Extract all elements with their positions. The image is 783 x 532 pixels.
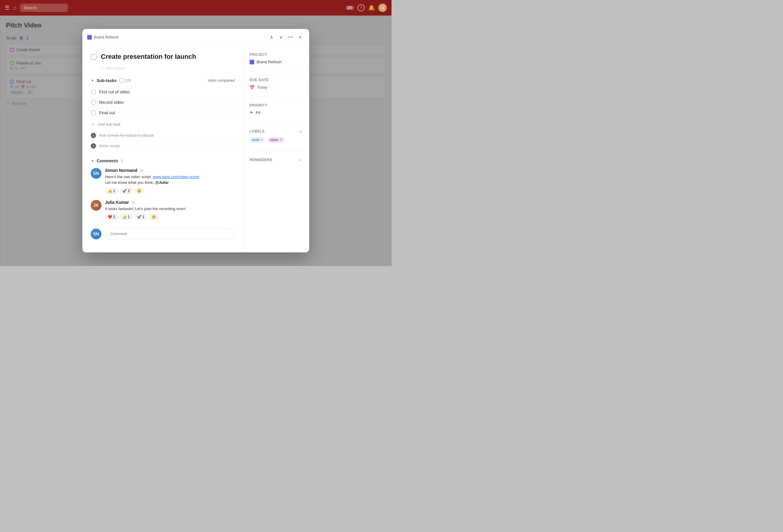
subtask-text-1: Record video [99,100,124,105]
subtask-item: Record video [91,97,235,108]
modal-overlay: 👤 Brand Refresh ∧ ∨ ••• ✕ Create [0,15,392,266]
subtask-checkbox-1[interactable] [91,100,96,105]
subtasks-count-text: 2/5 [126,78,131,83]
label-work-text: work [252,138,259,142]
reaction-smile-simon[interactable]: 😊 [134,188,144,194]
labels-title: Labels [249,129,265,133]
add-subtask-label: Add sub-task [98,122,121,126]
search-input[interactable] [20,4,68,12]
project-icon-small: 👤 [87,35,92,40]
subtask-text-2: Final cut [99,111,115,115]
comment-author-simon: Simon Normand [105,168,137,173]
sidebar-priority-value[interactable]: ⚑ P4 [249,111,303,115]
subtasks-title: Sub-tasks [97,78,117,83]
label-video: video ✕ [268,137,285,143]
label-work: work ✕ [249,137,265,143]
subtask-checkbox-2[interactable] [91,110,96,116]
comment-input-row: SN [91,226,235,239]
modal-body: Create presentation for launch ≡ Descrip… [82,45,309,252]
comment-body-simon: Simon Normand 2h Here's the raw video sc… [105,168,235,194]
comment-link-simon[interactable]: www.twist.com/video-script [153,175,199,179]
reaction-thumbsup-julia[interactable]: 👍 1 [120,214,132,220]
count-circle-icon [119,78,124,83]
home-icon[interactable]: ⌂ [13,5,17,11]
main-area: Pitch Video To do 👤 1 Create thumb Publi… [0,15,392,266]
comment-author-julia: Julia Kumar [105,200,129,205]
next-task-button[interactable]: ∨ [277,33,285,41]
sidebar-due-date-value[interactable]: 📅 Today [249,85,303,90]
sidebar-divider-2 [249,97,303,97]
comment-header-julia: Julia Kumar 2h [105,200,235,205]
comments-collapse-icon[interactable]: ▼ [91,159,94,163]
close-modal-button[interactable]: ✕ [296,33,304,41]
remove-label-video[interactable]: ✕ [280,138,282,142]
calendar-icon: 📅 [249,85,254,90]
modal-project-info: 👤 Brand Refresh [87,35,265,40]
comment-header-simon: Simon Normand 2h [105,168,235,173]
due-date-text: Today [257,85,268,90]
priority-text: P4 [256,111,260,115]
subtask-text-completed-0: Ask Simon for initial feedback [99,133,154,138]
more-options-button[interactable]: ••• [286,33,295,41]
add-label-button[interactable]: ＋ [298,129,303,134]
remove-label-work[interactable]: ✕ [260,138,263,142]
reminders-title: Reminders [249,158,273,162]
sidebar-project-value[interactable]: 👤 Brand Refresh [249,60,303,64]
comments-title: Comments [97,158,118,163]
description-placeholder: Description [106,66,125,70]
subtask-text-0: First cut of video [99,90,130,94]
add-reminder-button[interactable]: ＋ [298,156,303,163]
subtask-checkbox-0[interactable] [91,89,96,95]
subtask-item: First cut of video [91,87,235,97]
add-subtask-button[interactable]: ＋ Add sub-task [91,118,235,130]
user-avatar[interactable]: U [378,4,387,12]
subtask-checkbox-completed-0[interactable] [91,133,96,138]
comments-header: ▼ Comments 1 [91,158,235,163]
subtasks-header: ▼ Sub-tasks 2/5 Hide completed [91,78,235,83]
sidebar-divider-4 [249,150,303,150]
sidebar-priority-title: Priority [249,103,303,107]
comment-input-avatar: SN [91,228,101,239]
sidebar-project-section: Project 👤 Brand Refresh [249,53,303,64]
menu-icon[interactable]: ☰ [5,4,9,11]
comment-text-simon: Here's the raw video script: www.twist.c… [105,174,235,186]
prev-task-button[interactable]: ∧ [268,33,276,41]
labels-section-header: Labels ＋ [249,129,303,134]
sidebar-reminders-section: Reminders ＋ [249,156,303,163]
topbar: ☰ ⌂ 2/5 ? 🔔 U [0,0,392,15]
comment-time-julia: 2h [131,200,135,205]
reminders-section-header: Reminders ＋ [249,156,303,163]
modal-content: Create presentation for launch ≡ Descrip… [82,45,244,252]
task-modal: 👤 Brand Refresh ∧ ∨ ••• ✕ Create [82,29,309,252]
task-complete-checkbox[interactable] [91,54,97,60]
comments-count: 1 [121,158,123,163]
modal-project-name: Brand Refresh [94,35,119,39]
sidebar-priority-section: Priority ⚑ P4 [249,103,303,115]
reaction-rocket-julia[interactable]: 🚀 1 [134,214,147,220]
reactions-simon: 👍 1 🚀 2 😊 [105,188,235,194]
hide-completed-button[interactable]: Hide completed [208,78,235,83]
subtask-text-completed-1: Write script [99,144,120,148]
reaction-smile-julia[interactable]: 😊 [149,214,159,220]
task-badge: 2/5 [346,6,354,10]
task-title-row: Create presentation for launch [91,53,235,61]
subtask-item-completed: Ask Simon for initial feedback [91,130,235,141]
reaction-thumbsup-simon[interactable]: 👍 1 [105,188,118,194]
help-icon[interactable]: ? [357,4,365,11]
comments-section: ▼ Comments 1 SN Simon Normand 2h [91,158,235,240]
comment-input[interactable] [105,228,235,239]
mention-julia: @Julia [155,180,168,185]
subtasks-section: ▼ Sub-tasks 2/5 Hide completed First cut [91,78,235,151]
notification-icon[interactable]: 🔔 [368,4,375,11]
subtask-checkbox-completed-1[interactable] [91,143,96,149]
labels-row: work ✕ video ✕ [249,137,303,143]
modal-header: 👤 Brand Refresh ∧ ∨ ••• ✕ [82,29,309,45]
sidebar-project-title: Project [249,53,303,57]
reaction-rocket-simon[interactable]: 🚀 2 [120,188,132,194]
description-row[interactable]: ≡ Description [91,66,235,71]
reaction-heart-julia[interactable]: ❤️ 2 [105,214,118,220]
comment-text-julia: It looks fantastic! Let's plan the recor… [105,206,235,212]
subtasks-collapse-icon[interactable]: ▼ [91,79,94,83]
sidebar-labels-section: Labels ＋ work ✕ video ✕ [249,129,303,143]
comment-time-simon: 2h [139,168,144,173]
